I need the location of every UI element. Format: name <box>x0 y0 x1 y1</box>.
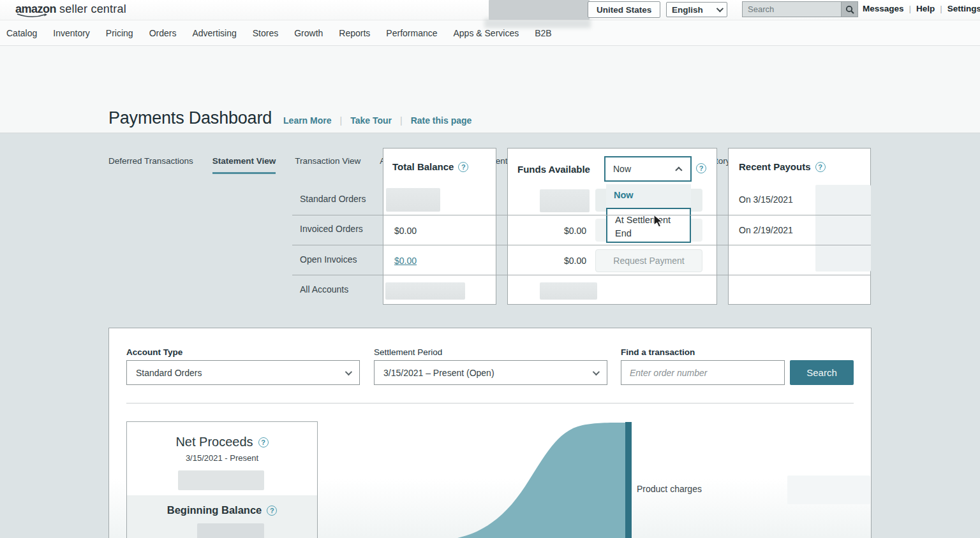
tab-statement-view[interactable]: Statement View <box>212 156 276 174</box>
row-divider <box>292 245 871 245</box>
funds-open-invoices-value: $0.00 <box>540 256 586 266</box>
net-proceeds-card: Net Proceeds ? 3/15/2021 - Present Begin… <box>126 421 318 538</box>
redacted-value <box>540 282 597 300</box>
redacted-value <box>197 523 264 538</box>
rate-this-page-link[interactable]: Rate this page <box>411 115 472 126</box>
row-label-standard-orders: Standard Orders <box>300 194 366 204</box>
help-icon[interactable]: ? <box>258 437 269 447</box>
nav-item-inventory[interactable]: Inventory <box>53 28 90 38</box>
nav-item-reports[interactable]: Reports <box>339 28 370 38</box>
chevron-down-icon <box>593 368 600 375</box>
divider: | <box>400 115 403 126</box>
net-proceeds-waterfall-chart <box>320 415 766 538</box>
redacted-value <box>787 476 870 504</box>
divider: | <box>340 115 343 126</box>
settings-link[interactable]: Settings <box>947 4 980 13</box>
nav-item-orders[interactable]: Orders <box>149 28 177 38</box>
redacted-value <box>385 282 465 300</box>
total-balance-card: Total Balance ? $0.00 $0.00 <box>383 148 496 305</box>
search-icon <box>845 5 854 14</box>
help-icon[interactable]: ? <box>458 162 468 172</box>
recent-payouts-card: Recent Payouts ? On 3/15/2021 On 2/19/20… <box>728 148 871 305</box>
statement-panel: Account Type Standard Orders Settlement … <box>108 328 872 538</box>
payments-dashboard-page: amazonseller central United States Engli… <box>0 0 980 538</box>
payout-date-row: On 3/15/2021 <box>739 194 793 205</box>
nav-item-growth[interactable]: Growth <box>294 28 323 38</box>
page-header: Payments Dashboard Learn More | Take Tou… <box>0 46 980 133</box>
redacted-value <box>815 185 871 272</box>
nav-item-advertising[interactable]: Advertising <box>192 28 236 38</box>
funds-available-timing-select[interactable]: Now <box>604 156 692 182</box>
payout-date-row: On 2/19/2021 <box>739 225 793 235</box>
funds-available-title: Funds Available <box>517 164 590 175</box>
row-divider <box>292 275 871 275</box>
tab-deferred-transactions[interactable]: Deferred Transactions <box>108 156 193 174</box>
account-name-redacted <box>489 0 590 20</box>
row-divider <box>292 215 871 215</box>
marketplace-selector[interactable]: United States <box>588 1 660 18</box>
funds-available-timing-menu: Now At Settlement End <box>606 184 691 243</box>
row-label-open-invoices: Open Invoices <box>300 254 357 265</box>
beginning-balance-section: Beginning Balance ? <box>127 495 317 538</box>
language-label: English <box>672 5 703 15</box>
help-icon[interactable]: ? <box>696 163 706 173</box>
search-button[interactable]: Search <box>790 360 854 385</box>
settlement-period-label: Settlement Period <box>374 347 442 357</box>
order-number-input[interactable] <box>621 360 785 385</box>
settlement-period-select[interactable]: 3/15/2021 – Present (Open) <box>374 360 607 385</box>
topbar-search-button[interactable] <box>842 1 858 17</box>
divider <box>126 403 854 404</box>
topbar-search <box>742 1 858 17</box>
topbar-links: Messages | Help | Settings <box>863 4 980 13</box>
page-header-links: Learn More | Take Tour | Rate this page <box>283 115 471 126</box>
nav-item-b2b[interactable]: B2B <box>535 28 551 38</box>
redacted-value <box>540 189 590 212</box>
total-balance-title: Total Balance <box>392 161 454 172</box>
request-payment-button[interactable]: Request Payment <box>595 249 702 272</box>
chevron-up-icon <box>675 166 682 173</box>
chevron-down-icon <box>716 5 724 12</box>
total-open-invoices-link[interactable]: $0.00 <box>394 256 417 266</box>
option-now[interactable]: Now <box>606 184 691 208</box>
recent-payouts-title: Recent Payouts <box>739 161 811 172</box>
help-icon[interactable]: ? <box>815 162 826 172</box>
tab-transaction-view[interactable]: Transaction View <box>295 156 360 174</box>
learn-more-link[interactable]: Learn More <box>283 115 331 126</box>
help-icon[interactable]: ? <box>267 505 277 516</box>
amazon-smile-icon <box>17 13 47 18</box>
language-selector[interactable]: English <box>666 2 727 17</box>
beginning-balance-label: Beginning Balance <box>167 504 262 516</box>
topbar-search-input[interactable] <box>742 1 842 17</box>
seller-central-text: seller central <box>59 3 126 15</box>
product-charges-bar <box>625 422 632 538</box>
product-charges-area <box>450 423 627 538</box>
funds-available-timing-value: Now <box>613 164 631 174</box>
help-link[interactable]: Help <box>916 4 935 13</box>
nav-item-pricing[interactable]: Pricing <box>106 28 133 38</box>
option-at-settlement-end[interactable]: At Settlement End <box>606 208 691 243</box>
nav-item-apps-services[interactable]: Apps & Services <box>454 28 519 38</box>
divider: | <box>940 4 942 13</box>
account-type-select[interactable]: Standard Orders <box>126 360 360 385</box>
nav-item-stores[interactable]: Stores <box>253 28 278 38</box>
total-invoiced-orders-value: $0.00 <box>394 226 417 236</box>
nav-item-performance[interactable]: Performance <box>386 28 437 38</box>
net-proceeds-period: 3/15/2021 - Present <box>127 453 317 463</box>
product-charges-label: Product charges <box>637 484 702 494</box>
page-title: Payments Dashboard <box>108 108 272 128</box>
messages-link[interactable]: Messages <box>863 4 904 13</box>
find-transaction-label: Find a transaction <box>621 347 695 357</box>
divider: | <box>909 4 912 13</box>
funds-available-card: Funds Available ? $0.00 $0.00 Request Pa… <box>507 148 717 305</box>
funds-invoiced-orders-value: $0.00 <box>540 226 586 236</box>
nav-item-catalog[interactable]: Catalog <box>6 28 37 38</box>
row-label-all-accounts: All Accounts <box>300 284 348 294</box>
chevron-down-icon <box>345 368 352 375</box>
marketplace-label: United States <box>597 5 651 15</box>
take-tour-link[interactable]: Take Tour <box>350 115 392 126</box>
net-proceeds-title: Net Proceeds <box>175 435 253 449</box>
account-name-shadow <box>484 18 591 28</box>
account-type-value: Standard Orders <box>136 368 202 378</box>
redacted-value <box>386 188 440 212</box>
account-type-label: Account Type <box>126 347 182 357</box>
